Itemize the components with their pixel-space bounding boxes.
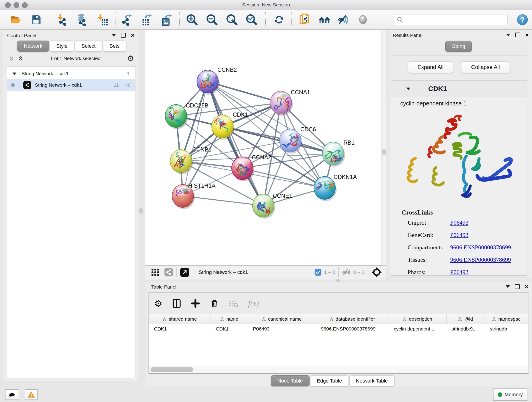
panel-close-icon[interactable]: × [525,285,528,288]
birds-eye-grid-icon[interactable] [151,268,160,277]
export-network-icon[interactable] [120,13,133,26]
help-icon[interactable]: ? [516,14,528,26]
hidden-eye-icon[interactable] [342,268,351,277]
table-cell[interactable]: stringdb:9... [447,324,485,334]
memory-button[interactable]: Memory [493,389,527,401]
table-horizontal-scrollbar[interactable] [149,366,528,373]
network-node-RB1[interactable]: RB1 [322,139,355,167]
panel-float-icon[interactable] [515,284,520,289]
refresh-icon[interactable] [273,13,285,26]
import-database-icon[interactable] [75,13,88,26]
collapse-all-icon[interactable] [8,56,14,61]
home-icon[interactable] [318,13,331,26]
save-session-icon[interactable] [30,13,43,26]
export-table-icon[interactable] [140,13,153,26]
zoom-in-icon[interactable] [186,13,198,26]
panel-menu-icon[interactable] [112,34,116,36]
network-node-CDKN1A[interactable]: CDKN1A [314,174,357,201]
network-node-CCNB2[interactable]: CCNB2 [197,66,237,95]
protein-card-header[interactable]: CDK1 [391,80,527,97]
add-column-icon[interactable] [191,299,200,308]
crosslink-link[interactable]: 9606.ENSP00000378699 [450,244,511,251]
crosslink-link[interactable]: P06493 [450,232,468,239]
export-image-icon[interactable] [160,13,173,26]
tab-network[interactable]: Network [17,41,49,51]
collection-expander-icon[interactable] [13,72,16,75]
network-node-CDC6[interactable]: CDC6 [279,126,316,153]
table-row[interactable]: CDK1CDK1P064939606.ENSP00000378699cyclin… [149,324,528,334]
network-node-HIST1H1A[interactable]: HIST1H1A [172,182,215,209]
crosshair-icon[interactable] [371,267,382,278]
table-settings-gear-icon[interactable]: ⚙ [154,299,162,308]
column-header-description[interactable]: description [389,314,447,324]
table-cell[interactable]: 9606.ENSP00000378699 [316,324,389,334]
zoom-selected-icon[interactable] [245,13,258,26]
expand-all-icon[interactable] [18,56,24,61]
selected-checkbox-icon[interactable] [314,269,322,276]
column-header-namespac[interactable]: namespac [485,314,528,324]
panel-close-icon[interactable]: × [525,33,529,37]
warnings-button[interactable] [25,389,38,400]
open-in-browser-icon[interactable] [180,268,190,277]
network-node-CCNE1[interactable]: CCNE1 [253,192,292,219]
table-cell[interactable]: cyclin-dependent ... [389,324,447,334]
show-columns-icon[interactable] [172,299,181,308]
crosslink-link[interactable]: P06493 [450,219,468,226]
delete-column-trash-icon[interactable] [210,299,219,308]
protein-description: cyclin-dependent kinase 1 [400,100,467,107]
tab-style[interactable]: Style [50,41,74,51]
panel-float-icon[interactable] [121,33,126,38]
table-panel-title: Table Panel [151,284,177,290]
hide-graphics-icon[interactable] [337,13,350,26]
network-row-selected[interactable]: String Network – cdk1 11 48 [7,79,135,91]
panel-close-icon[interactable]: × [131,33,134,37]
clone-network-icon[interactable] [298,13,311,26]
zoom-fit-icon[interactable] [225,13,238,26]
column-header-name[interactable]: name [211,314,248,324]
tab-node-table[interactable]: Node Table [271,375,310,386]
network-edge-CCNB2-CCNE1[interactable] [208,82,263,206]
network-node-CCNA1[interactable]: CCNA1 [270,89,310,116]
table-cell[interactable]: CDK1 [149,324,211,334]
network-edge-CCNB2-HIST1H1A[interactable] [183,82,208,196]
table-cell[interactable]: stringdb [485,324,528,334]
left-splitter-handle[interactable] [139,208,143,214]
table-scrollbar-thumb[interactable] [151,367,193,372]
collapse-all-button[interactable]: Collapse All [461,61,510,73]
canvas-scrollbar-thumb[interactable] [382,149,386,155]
node-label-CDKN1A: CDKN1A [334,174,357,180]
table-cell[interactable]: CDK1 [211,324,248,334]
tab-string[interactable]: String [445,41,472,52]
panel-float-icon[interactable] [515,32,520,37]
import-table-icon[interactable] [96,13,109,26]
expand-all-button[interactable]: Expand All [408,61,453,73]
crosslink-link[interactable]: P06493 [450,269,468,276]
column-header-@id[interactable]: @id [447,314,485,324]
tab-sets[interactable]: Sets [103,41,126,51]
network-canvas[interactable]: CCNB2CCNA1CDC25BCDK1CDC6RB1CCNB1CCNA2CDK… [145,30,381,265]
tab-network-table[interactable]: Network Table [349,375,394,386]
crosslink-label: Tissues: [408,256,450,263]
network-collection-row[interactable]: String Network – cdk1 1 [7,68,135,79]
zoom-out-icon[interactable] [206,13,218,26]
control-panel-title: Control Panel [7,33,36,38]
open-session-icon[interactable] [10,13,22,26]
canvas-vertical-scrollbar[interactable] [381,30,386,265]
search-input[interactable] [405,17,507,23]
tab-select[interactable]: Select [75,41,102,51]
network-edge-CDK1-RB1[interactable] [222,127,333,153]
panel-menu-icon[interactable] [506,285,510,288]
protein-expander-icon[interactable] [406,88,410,90]
column-header-shared-name[interactable]: shared name [149,314,211,324]
column-header-database-identifier[interactable]: database identifier [316,314,389,324]
cloud-button[interactable] [5,389,19,400]
search-field[interactable] [394,14,508,25]
panel-menu-icon[interactable] [506,34,510,36]
column-header-canonical-name[interactable]: canonical name [248,314,316,324]
tab-edge-table[interactable]: Edge Table [310,375,349,386]
network-edge-HIST1H1A-CCNE1[interactable] [183,196,263,206]
gear-icon[interactable]: ⚙ [127,55,134,62]
table-cell[interactable]: P06493 [248,324,316,334]
import-network-icon[interactable] [56,13,69,26]
crosslink-link[interactable]: 9606.ENSP00000378699 [450,256,511,263]
